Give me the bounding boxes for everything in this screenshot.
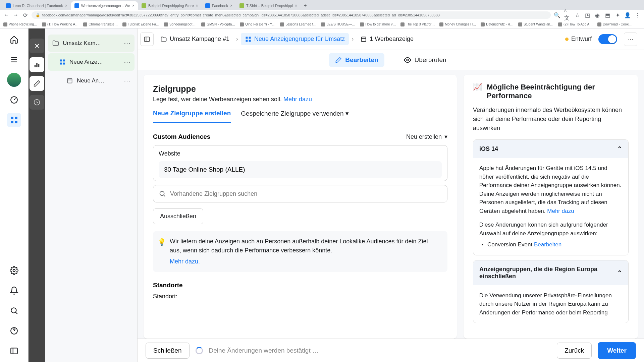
browser-tab[interactable]: T-Shirt – Beispiel Dropshippi× — [236, 1, 301, 10]
more-icon[interactable]: ⋯ — [124, 77, 130, 85]
svg-rect-17 — [67, 78, 72, 83]
bookmark[interactable]: Download - Cooki… — [597, 22, 633, 26]
svg-rect-21 — [246, 40, 248, 42]
ext-icon[interactable]: ◉ — [594, 12, 600, 18]
locations-title: Standorte — [153, 282, 447, 289]
audience-search-box[interactable] — [153, 185, 447, 202]
back-icon[interactable]: ← — [3, 12, 9, 18]
svg-rect-23 — [362, 37, 366, 41]
svg-rect-22 — [249, 40, 251, 42]
crumb-adset[interactable]: Neue Anzeigengruppe für Umsatz — [241, 33, 349, 45]
edit-link[interactable]: Bearbeiten — [534, 241, 561, 248]
more-icon[interactable]: ⋯ — [124, 58, 130, 66]
star-icon[interactable]: ☆ — [574, 12, 580, 18]
subtab-row: Bearbeiten Überprüfen — [138, 50, 644, 70]
tab-new-audience[interactable]: Neue Zielgruppe erstellen — [153, 110, 231, 123]
help-icon[interactable] — [7, 324, 21, 338]
close-icon[interactable]: × — [196, 3, 198, 8]
svg-rect-8 — [11, 348, 17, 354]
browser-tab[interactable]: Leon R. Chaudhari | Facebook× — [3, 1, 71, 10]
svg-rect-2 — [15, 117, 17, 119]
close-icon[interactable]: × — [295, 3, 297, 8]
close-icon[interactable]: × — [230, 3, 232, 8]
chevron-right-icon: › — [236, 36, 238, 43]
pencil-icon[interactable] — [30, 76, 44, 91]
crumb-campaign[interactable]: Umsatz Kampagne #1 — [156, 33, 233, 45]
tree-adset[interactable]: Neue Anze… ⋯ — [48, 53, 135, 71]
profile-avatar[interactable] — [7, 73, 21, 87]
close-editor-button[interactable]: ✕ — [30, 39, 44, 53]
collapse-icon[interactable] — [7, 344, 21, 358]
audience-search-input[interactable] — [170, 190, 442, 197]
bookmark[interactable]: Qing Fei De Yi - Y… — [240, 22, 275, 26]
bookmark[interactable]: GMSN - Vologda… — [201, 22, 235, 26]
accordion-head[interactable]: Anzeigengruppen, die die Region Europa e… — [473, 260, 628, 285]
bookmark[interactable]: Tutorial: Eigene Fa… — [122, 22, 159, 26]
bookmark[interactable]: (2) How To Add A… — [558, 22, 593, 26]
accordion-head[interactable]: iOS 14 ⌃ — [473, 140, 628, 158]
chart-icon[interactable] — [30, 57, 44, 72]
bell-icon[interactable] — [7, 284, 21, 298]
home-icon[interactable] — [7, 33, 21, 47]
browser-tab-active[interactable]: Werbeanzeigenmanager - We× — [71, 1, 138, 10]
publish-toggle[interactable] — [598, 34, 617, 44]
learn-more-link[interactable]: Mehr dazu — [283, 96, 312, 103]
puzzle-icon[interactable]: ✦ — [614, 12, 621, 18]
bookmark[interactable]: Phone Recycling… — [3, 22, 37, 26]
bookmark[interactable]: Sonderangebot … — [164, 22, 197, 26]
bookmark[interactable]: LEE'S HOUSE—… — [321, 22, 355, 26]
bookmark[interactable]: Money Changes H… — [439, 22, 476, 26]
address-bar[interactable]: 🔒 facebook.com/adsmanager/manage/adsets/… — [32, 11, 551, 19]
status-badge: Entwurf — [565, 36, 592, 43]
translate-icon[interactable]: ᴬ文 — [564, 12, 570, 18]
menu-icon[interactable] — [7, 53, 21, 67]
next-button[interactable]: Weiter — [598, 342, 636, 359]
exclude-button[interactable]: Ausschließen — [153, 208, 203, 224]
bookmark[interactable]: Student Wants an… — [518, 22, 553, 26]
bookmark[interactable]: How to get more v… — [360, 22, 396, 26]
bookmark[interactable]: Datenschutz - R… — [481, 22, 514, 26]
bookmark[interactable]: (1) How Working A… — [42, 22, 78, 26]
create-new-dropdown[interactable]: Neu erstellen ▾ — [406, 133, 447, 140]
close-icon[interactable]: × — [132, 3, 135, 8]
back-button[interactable]: Zurück — [557, 343, 592, 359]
svg-rect-14 — [63, 60, 65, 62]
svg-rect-18 — [145, 37, 150, 41]
forward-icon[interactable]: → — [13, 12, 19, 18]
close-button[interactable]: Schließen — [146, 343, 190, 359]
tab-review[interactable]: Überprüfen — [398, 53, 452, 67]
audience-chip[interactable]: 30 Tage Online Shop (ALLE) — [159, 161, 442, 178]
bookmark[interactable]: Chrome translate… — [83, 22, 118, 26]
crumb-ad[interactable]: 1 Werbeanzeige — [356, 33, 418, 45]
bookmark[interactable]: Lessons Learned f… — [280, 22, 316, 26]
menu-icon[interactable]: ⋮ — [635, 12, 641, 18]
clock-icon[interactable] — [30, 95, 44, 110]
ext-icon[interactable]: ⬒ — [604, 12, 610, 18]
svg-rect-3 — [11, 121, 13, 123]
avatar-icon[interactable]: 👤 — [625, 12, 631, 18]
browser-tab[interactable]: Beispiel Dropshipping Store× — [138, 1, 202, 10]
close-icon[interactable]: × — [65, 3, 67, 8]
toggle-panel-button[interactable] — [140, 33, 154, 46]
gear-icon[interactable] — [7, 263, 21, 278]
hint-more-link[interactable]: Mehr dazu. — [170, 257, 441, 266]
tree-ad[interactable]: Neue An… ⋯ — [48, 72, 135, 89]
gauge-icon[interactable] — [7, 93, 21, 107]
bookmark[interactable]: The Top 3 Platfor… — [400, 22, 435, 26]
main-panel: Umsatz Kampagne #1 › Neue Anzeigengruppe… — [138, 28, 644, 362]
more-button[interactable]: ⋯ — [624, 33, 637, 46]
more-icon[interactable]: ⋯ — [124, 39, 130, 47]
zoom-icon[interactable]: 🔍 — [554, 12, 560, 18]
reload-icon[interactable]: ⟳ — [22, 12, 28, 18]
tree-campaign[interactable]: Umsatz Kam… ⋯ — [48, 35, 135, 52]
ext-icon[interactable]: ◳ — [584, 12, 590, 18]
more-link[interactable]: Mehr dazu — [547, 208, 574, 214]
search-icon[interactable] — [7, 304, 21, 318]
grid-icon[interactable] — [7, 113, 21, 127]
tab-edit[interactable]: Bearbeiten — [329, 53, 384, 67]
new-tab-button[interactable]: + — [301, 1, 310, 10]
svg-point-6 — [11, 308, 16, 313]
browser-tab[interactable]: Facebook× — [202, 1, 236, 10]
tab-saved-audience[interactable]: Gespeicherte Zielgruppe verwenden ▾ — [241, 110, 349, 123]
lightbulb-icon: 💡 — [158, 237, 166, 247]
